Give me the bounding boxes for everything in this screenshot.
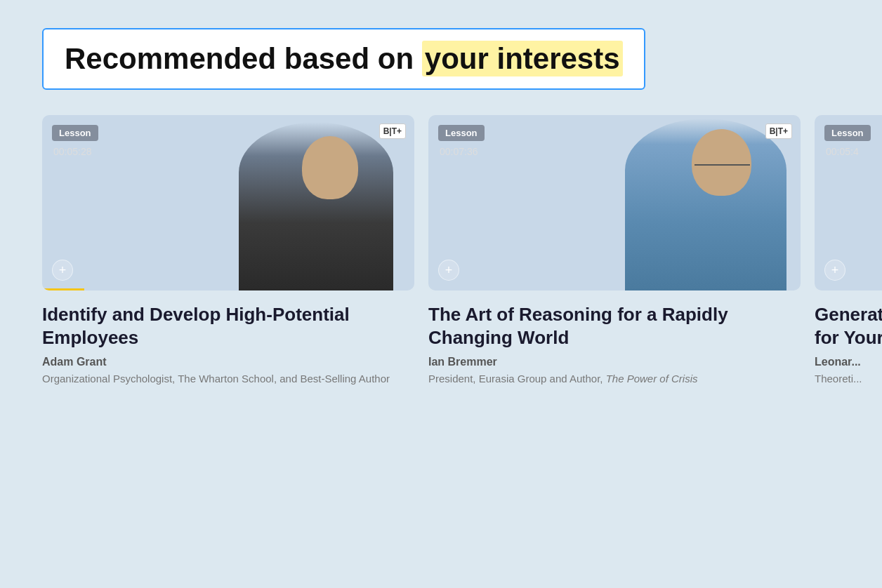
card-1-author: Adam Grant: [42, 356, 414, 368]
card-2-description: President, Eurasia Group and Author, The…: [428, 371, 801, 386]
person-head-1: [302, 136, 358, 199]
card-1: Lesson B|T+ 00:05:28 + Identify and Deve…: [42, 115, 414, 386]
page-container: Recommended based on your interests Less…: [0, 0, 882, 414]
card-2-title: The Art of Reasoning for a Rapidly Chang…: [428, 303, 801, 349]
card-1-description: Organizational Psychologist, The Wharton…: [42, 371, 414, 386]
card-1-add-button[interactable]: +: [52, 260, 73, 281]
card-1-time: 00:05:28: [53, 146, 92, 157]
card-3-thumbnail: Lesson B|T+ 00:05:4 +: [815, 115, 882, 290]
card-2: Lesson B|T+ 00:07:36 + The Art of Reason…: [428, 115, 801, 386]
card-3-author: Leonar...: [815, 356, 882, 368]
glasses-decoration: [695, 156, 750, 166]
card-3-badge: Lesson: [824, 125, 871, 141]
card-3: Lesson B|T+ 00:05:4 + Gene­rate Ideas fo…: [815, 115, 882, 386]
card-2-add-button[interactable]: +: [438, 260, 459, 281]
card-3-time: 00:05:4: [826, 146, 859, 157]
card-1-title: Identify and Develop High-Potential Empl…: [42, 303, 414, 349]
card-2-logo: B|T+: [765, 123, 792, 139]
card-2-time: 00:07:36: [440, 146, 478, 157]
card-2-author: Ian Bremmer: [428, 356, 801, 368]
heading-highlight: your interests: [422, 41, 623, 76]
card-1-progress: [42, 288, 84, 290]
card-2-thumbnail: Lesson B|T+ 00:07:36 +: [428, 115, 801, 290]
cards-row: Lesson B|T+ 00:05:28 + Identify and Deve…: [42, 115, 840, 386]
card-1-thumbnail: Lesson B|T+ 00:05:28 +: [42, 115, 414, 290]
card-3-add-button[interactable]: +: [824, 260, 845, 281]
card-2-book-title: The Power of Crisis: [606, 373, 698, 385]
card-3-description: Theoreti...: [815, 371, 882, 386]
page-heading: Recommended based on your interests: [65, 42, 623, 76]
card-2-badge: Lesson: [438, 125, 485, 141]
card-3-title: Gene­rate Ideas for Your Filter: [815, 303, 882, 349]
heading-box: Recommended based on your interests: [42, 28, 645, 90]
card-1-logo: B|T+: [379, 123, 406, 139]
card-1-badge: Lesson: [52, 125, 98, 141]
heading-prefix: Recommended based on: [65, 42, 422, 75]
